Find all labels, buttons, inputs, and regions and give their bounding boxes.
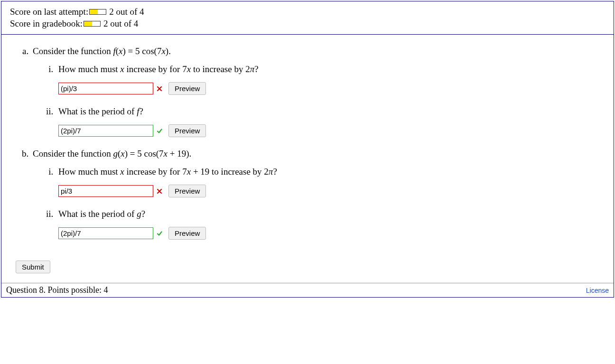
part-a-i-prompt: How much must x increase by for 7x to in… <box>58 64 599 75</box>
score-gradebook-text: 2 out of 4 <box>103 18 138 30</box>
parts-list: Consider the function f(x) = 5 cos(7x). … <box>16 46 599 240</box>
part-b-ii-preview-button[interactable]: Preview <box>168 227 206 240</box>
question-body: Consider the function f(x) = 5 cos(7x). … <box>1 35 614 283</box>
part-b-intro: Consider the function g(x) = 5 cos(7x + … <box>33 149 599 159</box>
score-box: Score on last attempt: 2 out of 4 Score … <box>1 1 614 35</box>
part-a-i-input[interactable] <box>58 83 153 94</box>
part-a-intro: Consider the function f(x) = 5 cos(7x). <box>33 46 599 56</box>
progress-bar-last-attempt <box>89 9 106 15</box>
score-last-attempt-line: Score on last attempt: 2 out of 4 <box>10 6 605 18</box>
check-icon <box>156 230 163 237</box>
score-gradebook-label: Score in gradebook: <box>10 18 83 30</box>
license-link[interactable]: License <box>586 287 609 294</box>
footer-text: Question 8. Points possible: 4 <box>6 285 108 295</box>
submit-button[interactable]: Submit <box>16 261 50 273</box>
part-b: Consider the function g(x) = 5 cos(7x + … <box>31 149 599 240</box>
part-a-ii-input[interactable] <box>58 125 153 137</box>
part-b-i: How much must x increase by for 7x + 19 … <box>56 167 599 197</box>
part-b-intro-prefix: Consider the function <box>33 149 113 159</box>
progress-bar-gradebook <box>84 21 101 27</box>
part-b-i-answer-row: Preview <box>58 185 599 197</box>
cross-icon <box>156 188 163 195</box>
part-a-ii-preview-button[interactable]: Preview <box>168 124 206 137</box>
question-footer: Question 8. Points possible: 4 License <box>1 283 614 297</box>
part-a-intro-prefix: Consider the function <box>33 46 113 56</box>
part-a: Consider the function f(x) = 5 cos(7x). … <box>31 46 599 137</box>
part-a-ii-prompt: What is the period of f? <box>58 106 599 117</box>
part-a-subparts: How much must x increase by for 7x to in… <box>33 64 599 137</box>
part-a-func: f <box>113 46 115 56</box>
part-b-ii-prompt: What is the period of g? <box>58 209 599 219</box>
cross-icon <box>156 85 163 92</box>
progress-fill-gradebook <box>84 21 92 26</box>
score-gradebook-line: Score in gradebook: 2 out of 4 <box>10 18 605 30</box>
part-a-i: How much must x increase by for 7x to in… <box>56 64 599 95</box>
question-container: Score on last attempt: 2 out of 4 Score … <box>1 1 614 298</box>
part-b-ii: What is the period of g? Preview <box>56 209 599 240</box>
progress-fill-last-attempt <box>90 9 98 14</box>
part-a-ii: What is the period of f? Preview <box>56 106 599 137</box>
check-icon <box>156 128 163 134</box>
part-b-i-prompt: How much must x increase by for 7x + 19 … <box>58 167 599 177</box>
part-b-subparts: How much must x increase by for 7x + 19 … <box>33 167 599 240</box>
part-b-func: g <box>113 149 118 159</box>
part-a-ii-answer-row: Preview <box>58 124 599 137</box>
part-b-ii-input[interactable] <box>58 227 153 239</box>
part-b-intro-suffix: . <box>189 149 192 159</box>
part-a-intro-suffix: . <box>168 46 171 56</box>
part-b-i-preview-button[interactable]: Preview <box>168 185 206 197</box>
score-last-attempt-label: Score on last attempt: <box>10 6 88 18</box>
part-a-i-answer-row: Preview <box>58 82 599 95</box>
part-b-ii-answer-row: Preview <box>58 227 599 240</box>
score-last-attempt-text: 2 out of 4 <box>109 6 144 18</box>
part-b-i-input[interactable] <box>58 185 153 197</box>
part-a-i-preview-button[interactable]: Preview <box>168 82 206 95</box>
